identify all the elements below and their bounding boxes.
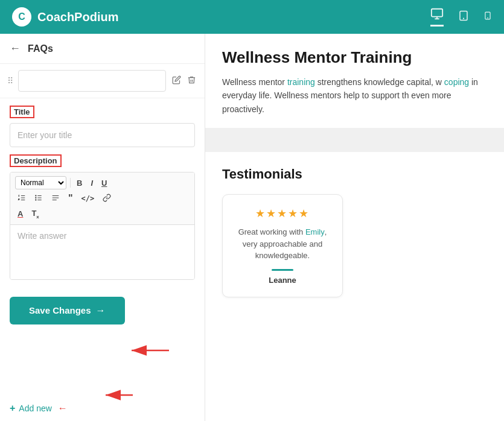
preview-divider [205, 128, 504, 152]
format-select[interactable]: Normal Heading 1 Heading 2 [15, 176, 66, 189]
description-section: Description Normal Heading 1 Heading 2 B… [0, 154, 205, 287]
toolbar-row-1: Normal Heading 1 Heading 2 B I U [15, 176, 190, 189]
text-color-button[interactable]: A [15, 208, 25, 220]
title-input[interactable] [10, 123, 195, 147]
testimonial-author: Leanne [235, 276, 330, 285]
title-label: Title [10, 106, 34, 118]
faq-item-input[interactable] [18, 70, 166, 92]
edit-icon[interactable] [171, 74, 182, 87]
preview-title: Wellness Mentor Training [222, 48, 487, 67]
panel-header: ← FAQs [0, 34, 205, 64]
underline-button[interactable]: U [99, 177, 109, 189]
testimonial-text: Great working with Emily, very approacha… [235, 226, 330, 262]
back-button[interactable]: ← [10, 42, 21, 55]
logo-icon: C [12, 7, 31, 27]
logo-area: C CoachPodium [12, 7, 118, 27]
toolbar-row-2: " </> [15, 192, 190, 205]
editor-container: Normal Heading 1 Heading 2 B I U [10, 172, 195, 280]
preview-description: Wellness mentor training strengthens kno… [222, 75, 487, 116]
delete-icon[interactable] [186, 74, 197, 87]
clear-format-button[interactable]: Tx [29, 207, 41, 221]
code-button[interactable]: </> [79, 193, 97, 204]
faq-item-row: ⠿ [0, 64, 205, 98]
header-icons [430, 7, 492, 27]
svg-rect-0 [432, 9, 442, 17]
drag-handle-icon[interactable]: ⠿ [7, 76, 13, 86]
description-label: Description [10, 154, 62, 167]
testimonials-title: Testimonials [222, 166, 487, 182]
left-panel: ← FAQs ⠿ Title Description [0, 34, 205, 421]
italic-button[interactable]: I [88, 177, 95, 189]
toolbar-divider-1 [70, 178, 71, 188]
svg-point-14 [36, 195, 36, 195]
title-section: Title [0, 98, 205, 154]
unordered-list-button[interactable] [32, 192, 45, 205]
align-button[interactable] [49, 192, 62, 205]
testimonials-row: ★★★★★ Great working with Emily, very app… [222, 194, 487, 297]
svg-point-15 [36, 197, 36, 198]
main-layout: ← FAQs ⠿ Title Description [0, 34, 504, 421]
quote-button[interactable]: " [66, 192, 75, 205]
ordered-list-button[interactable] [15, 192, 28, 205]
header: C CoachPodium [0, 0, 504, 34]
editor-placeholder: Write answer [18, 231, 66, 241]
testimonial-divider [272, 269, 293, 271]
highlight-training: training [287, 77, 315, 87]
logo-text: CoachPodium [37, 10, 118, 24]
tablet-icon[interactable] [458, 9, 469, 25]
testimonial-card: ★★★★★ Great working with Emily, very app… [222, 194, 343, 297]
toolbar-row-3: A Tx [15, 207, 190, 221]
star-rating: ★★★★★ [235, 207, 330, 220]
editor-toolbar: Normal Heading 1 Heading 2 B I U [10, 173, 194, 225]
faq-item-actions [171, 74, 197, 87]
add-new-label: Add new [19, 404, 51, 413]
bold-button[interactable]: B [74, 177, 85, 189]
panel-title: FAQs [28, 43, 53, 54]
editor-textarea[interactable]: Write answer [10, 225, 194, 279]
add-new-plus-icon: + [10, 403, 15, 414]
save-arrow-container: Save Changes → [10, 297, 125, 324]
testimonial-name-highlight: Emily [305, 227, 325, 236]
highlight-coping: coping [444, 77, 469, 87]
desktop-icon[interactable] [430, 7, 444, 27]
preview-content: Wellness Mentor Training Wellness mentor… [205, 34, 504, 312]
svg-point-16 [36, 199, 36, 200]
add-new-arrow-icon: ← [58, 403, 68, 414]
save-button[interactable]: Save Changes → [10, 297, 125, 324]
right-panel: Wellness Mentor Training Wellness mentor… [205, 34, 504, 421]
save-section: Save Changes → [0, 287, 205, 334]
add-new-section[interactable]: + Add new ← [0, 396, 205, 421]
link-button[interactable] [100, 192, 113, 205]
mobile-icon[interactable] [483, 9, 492, 25]
save-arrow-icon: → [96, 305, 106, 316]
